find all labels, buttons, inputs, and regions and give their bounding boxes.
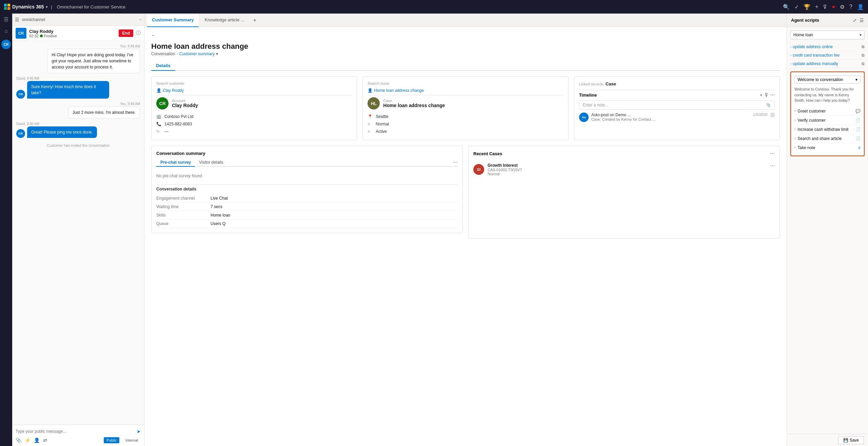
search-share-icon[interactable]: 📄 [855, 136, 861, 141]
script-link-1[interactable]: › update address online ⧉ [790, 43, 865, 51]
svg-rect-0 [4, 4, 7, 6]
script-item-greet[interactable]: › Greet customer 💬 [794, 107, 861, 116]
take-note-icon[interactable]: ≡ [858, 145, 861, 150]
agent-panel-body: Home loan › update address online ⧉ › cr… [787, 27, 868, 434]
public-mode-button[interactable]: Public [104, 437, 119, 443]
hamburger-icon[interactable]: ☰ [4, 16, 8, 23]
timeline-header: Timeline + ⊽ ⋯ [579, 92, 775, 98]
script-item-take-note[interactable]: › Take note ≡ [794, 143, 861, 152]
message-item: David, 9:46 AM CR Sure Kenny! How much t… [16, 77, 140, 99]
details-tab[interactable]: Details [151, 61, 175, 71]
conv-detail-queue: Queue Users Q [156, 220, 458, 228]
chat-input[interactable] [16, 428, 135, 435]
notification-icon[interactable]: ● [832, 4, 835, 10]
no-survey-text: No pre-chat survey found [156, 171, 458, 182]
contact-name: Clay Roddy [29, 29, 116, 34]
case-item-more-icon[interactable]: ⋯ [770, 163, 775, 168]
settings-icon[interactable]: ⚙ [840, 4, 845, 10]
left-sidebar: ☰ ⌂ CR [0, 14, 12, 446]
script-link-3[interactable]: › update address manually ⧉ [790, 60, 865, 68]
message-bubble: Sure Kenny! How much time does it take? [27, 81, 109, 99]
brand-chevron[interactable]: ▾ [46, 5, 47, 9]
brand-logo[interactable]: Dynamics 365 ▾ [4, 4, 47, 10]
extra-icon: ↻ [156, 129, 162, 134]
trophy-icon[interactable]: 🏆 [804, 4, 810, 10]
timeline-add-icon[interactable]: + [760, 92, 763, 98]
conv-detail-engagement: Engagement channel Live Chat [156, 194, 458, 203]
search-icon[interactable]: 🔍 [783, 4, 790, 10]
copy-icon-1[interactable]: ⧉ [862, 44, 865, 49]
agent-panel-title: Agent scripts [791, 18, 850, 23]
chat-contact-bar: CR Clay Roddy 02:32 Positive End ⓘ [12, 26, 144, 41]
attachment-icon[interactable]: 📎 [16, 438, 21, 443]
timeline-note-input[interactable]: Enter a note... 📎 [579, 100, 775, 110]
quick-reply-icon[interactable]: ⚡ [25, 438, 31, 443]
save-button[interactable]: 💾 Save [838, 436, 864, 444]
customer-name-block: Account Clay Roddy [172, 99, 198, 108]
script-item-search-share[interactable]: › Search and share article 📄 [794, 134, 861, 143]
end-button[interactable]: End [119, 29, 133, 37]
customer-avatar: CR [16, 129, 25, 138]
tab-add-button[interactable]: + [251, 17, 259, 23]
add-participant-icon[interactable]: 👤 [34, 438, 40, 443]
chevron-right-icon: › [790, 62, 791, 65]
conversation-summary-card: Conversation summary Pre-chat survey Vis… [151, 146, 463, 233]
add-icon[interactable]: + [815, 4, 818, 10]
page-subtitle-link[interactable]: Customer summary [179, 52, 215, 56]
timeline-filter-icon[interactable]: ⊽ [765, 92, 768, 98]
dynamics-logo-icon [4, 4, 10, 10]
send-icon[interactable]: ➤ [137, 429, 141, 434]
copy-icon-3[interactable]: ⧉ [862, 61, 865, 66]
chat-messages: You, 9:48 AM Hi Clay! Hope your are doin… [12, 41, 144, 425]
user-icon[interactable]: 👤 [857, 4, 864, 10]
chat-panel: ☰ omnichannel − CR Clay Roddy 02:32 Posi… [12, 14, 144, 446]
increase-limit-icon[interactable]: 📄 [855, 127, 861, 132]
search-customer-label: Search customer [156, 81, 352, 85]
message-bubble: Hi Clay! Hope your are doing good today.… [47, 49, 140, 73]
chat-hamburger-icon[interactable]: ☰ [15, 17, 19, 22]
internal-mode-button[interactable]: Internal [123, 437, 141, 443]
verify-icon[interactable]: 📄 [855, 118, 861, 123]
help-icon[interactable]: ? [849, 4, 852, 10]
welcome-dropdown[interactable]: Welcome to conversation [794, 76, 861, 84]
customer-link[interactable]: 👤 Clay Roddy [156, 88, 352, 93]
tab-knowledge-article[interactable]: Knowledge article ... [200, 14, 249, 27]
timeline-more-icon[interactable]: ⋯ [770, 92, 775, 98]
recent-cases-more-icon[interactable]: ⋯ [770, 151, 775, 156]
greet-icon[interactable]: 💬 [855, 109, 861, 114]
chat-active-icon[interactable]: CR [1, 40, 11, 49]
script-dropdown[interactable]: Home loan [790, 31, 865, 39]
script-item-increase-limit[interactable]: › Increase cash withdraw limit 📄 [794, 125, 861, 134]
tab-visitor-details[interactable]: Visitor details [195, 159, 227, 167]
case-item: GI Growth Interest CAS-01002-T3G5V7 Norm… [473, 160, 775, 179]
tab-pre-chat[interactable]: Pre-chat survey [156, 159, 195, 167]
home-icon[interactable]: ⌂ [4, 28, 8, 34]
conv-tabs: Pre-chat survey Visitor details ⋯ [156, 159, 458, 167]
agent-panel-icons: ⤢ ☰ [853, 18, 864, 23]
tab-customer-summary[interactable]: Customer Summary [147, 14, 199, 27]
copy-icon-2[interactable]: ⧉ [862, 53, 865, 58]
extra-field: ↻ --- [156, 128, 352, 135]
filter-icon[interactable]: ⊽ [823, 4, 827, 10]
script-item-verify[interactable]: › Verify customer 📄 [794, 116, 861, 125]
transfer-icon[interactable]: ⇄ [43, 438, 47, 443]
chevron-right-icon: › [790, 45, 791, 48]
chat-minimize-icon[interactable]: − [139, 17, 141, 22]
chat-toolbar: 📎 ⚡ 👤 ⇄ Public Internal [16, 437, 141, 443]
paperclip-icon: 📎 [766, 103, 771, 107]
customer-card: Search customer 👤 Clay Roddy CR Account … [151, 76, 357, 140]
expand-icon[interactable]: ⬜ [770, 113, 775, 117]
conv-more-icon[interactable]: ⋯ [453, 160, 458, 165]
panel-expand-icon[interactable]: ⤢ [853, 18, 857, 23]
info-icon[interactable]: ⓘ [136, 30, 141, 36]
content-body: ← Home loan address change Conversation … [144, 27, 787, 426]
issue-link[interactable]: 👤 Home loan address change [368, 88, 563, 93]
chat-header: ☰ omnichannel − [12, 14, 144, 26]
phone-field: 📞 1425-882-8083 [156, 120, 352, 128]
company-field: 🏢 Contoso Pvt Ltd [156, 113, 352, 120]
save-bar: 💾 Save [787, 434, 868, 446]
check-circle-icon[interactable]: ✓ [794, 4, 799, 10]
back-button[interactable]: ← [151, 33, 156, 38]
panel-list-icon[interactable]: ☰ [860, 18, 864, 23]
script-link-2[interactable]: › credit card transaction fee ⧉ [790, 51, 865, 60]
